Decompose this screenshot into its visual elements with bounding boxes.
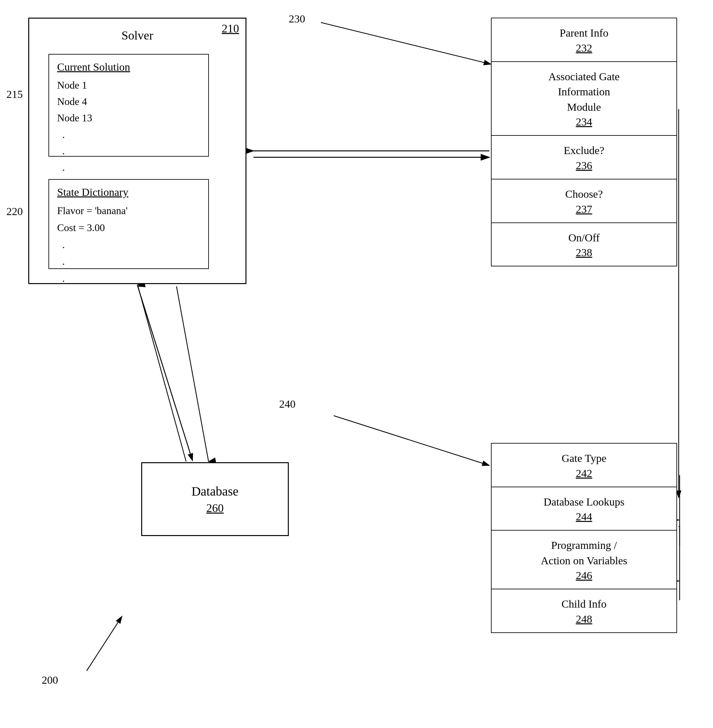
svg-line-10 bbox=[137, 285, 192, 460]
choose-num: 237 bbox=[498, 203, 670, 215]
label-220: 220 bbox=[6, 205, 23, 218]
agim-text: Associated GateInformationModule bbox=[548, 70, 620, 113]
flavor-entry: Flavor = 'banana' bbox=[57, 202, 200, 219]
database-label: Database bbox=[192, 484, 239, 499]
svg-line-14 bbox=[87, 616, 122, 671]
current-solution-title: Current Solution bbox=[57, 61, 200, 73]
current-solution-content: Node 1 Node 4 Node 13 . . . Node 35 bbox=[57, 77, 200, 192]
label-200: 200 bbox=[42, 674, 58, 686]
choose-text: Choose? bbox=[565, 188, 603, 200]
svg-line-11 bbox=[137, 285, 192, 460]
dot-1: . bbox=[57, 127, 200, 143]
database-box: Database 260 bbox=[141, 462, 289, 536]
dot-2: . bbox=[57, 143, 200, 159]
gate-info-panel: Parent Info 232 Associated GateInformati… bbox=[491, 18, 677, 266]
label-240: 240 bbox=[279, 398, 295, 410]
child-info-text: Child Info bbox=[562, 598, 607, 610]
onoff-num: 238 bbox=[498, 247, 670, 259]
database-number: 260 bbox=[206, 501, 224, 515]
svg-line-9 bbox=[334, 416, 489, 465]
gate-info-row-236: Exclude? 236 bbox=[492, 136, 676, 179]
sdot-1: . bbox=[57, 236, 200, 253]
label-215: 215 bbox=[6, 88, 23, 100]
gate-info-row-237: Choose? 237 bbox=[492, 179, 676, 223]
gate-type-row-248: Child Info 248 bbox=[492, 589, 676, 632]
gate-type-num: 242 bbox=[498, 467, 670, 480]
current-solution-box: Current Solution Node 1 Node 4 Node 13 .… bbox=[48, 54, 209, 157]
label-230: 230 bbox=[289, 13, 305, 25]
gate-type-panel: Gate Type 242 Database Lookups 244 Progr… bbox=[491, 443, 677, 633]
solver-label: Solver bbox=[121, 28, 153, 42]
solver-box: Solver 210 Current Solution Node 1 Node … bbox=[28, 18, 246, 284]
state-dict-title: State Dictionary bbox=[57, 186, 200, 198]
svg-line-12 bbox=[138, 286, 186, 462]
exclude-text: Exclude? bbox=[564, 145, 604, 156]
prog-action-text: Programming /Action on Variables bbox=[541, 539, 627, 567]
agim-num: 234 bbox=[498, 116, 670, 128]
gate-type-row-244: Database Lookups 244 bbox=[492, 487, 676, 531]
dot-3: . bbox=[57, 159, 200, 176]
solver-number: 210 bbox=[222, 22, 239, 35]
gate-type-row-242: Gate Type 242 bbox=[492, 444, 676, 487]
node-4: Node 4 bbox=[57, 93, 200, 110]
gate-info-row-238: On/Off 238 bbox=[492, 223, 676, 266]
gate-info-row-234: Associated GateInformationModule 234 bbox=[492, 62, 676, 136]
svg-line-6 bbox=[321, 22, 491, 64]
child-info-num: 248 bbox=[498, 613, 670, 625]
parent-info-text: Parent Info bbox=[559, 27, 609, 39]
parent-info-num: 232 bbox=[498, 42, 670, 54]
db-lookups-text: Database Lookups bbox=[544, 496, 624, 508]
state-dict-box: State Dictionary Flavor = 'banana' Cost … bbox=[48, 179, 209, 269]
node-13: Node 13 bbox=[57, 110, 200, 126]
cost-entry: Cost = 3.00 bbox=[57, 219, 200, 236]
exclude-num: 236 bbox=[498, 160, 670, 172]
diagram-container: Solver 210 Current Solution Node 1 Node … bbox=[0, 0, 713, 728]
gate-info-row-232: Parent Info 232 bbox=[492, 18, 676, 62]
gate-type-text: Gate Type bbox=[562, 452, 607, 464]
prog-action-num: 246 bbox=[498, 570, 670, 582]
sdot-3: . bbox=[57, 270, 200, 287]
sdot-2: . bbox=[57, 253, 200, 270]
onoff-text: On/Off bbox=[568, 232, 600, 244]
state-dict-content: Flavor = 'banana' Cost = 3.00 . . . bbox=[57, 202, 200, 287]
gate-type-row-246: Programming /Action on Variables 246 bbox=[492, 531, 676, 589]
db-lookups-num: 244 bbox=[498, 511, 670, 523]
node-1: Node 1 bbox=[57, 77, 200, 93]
svg-line-13 bbox=[176, 286, 209, 462]
